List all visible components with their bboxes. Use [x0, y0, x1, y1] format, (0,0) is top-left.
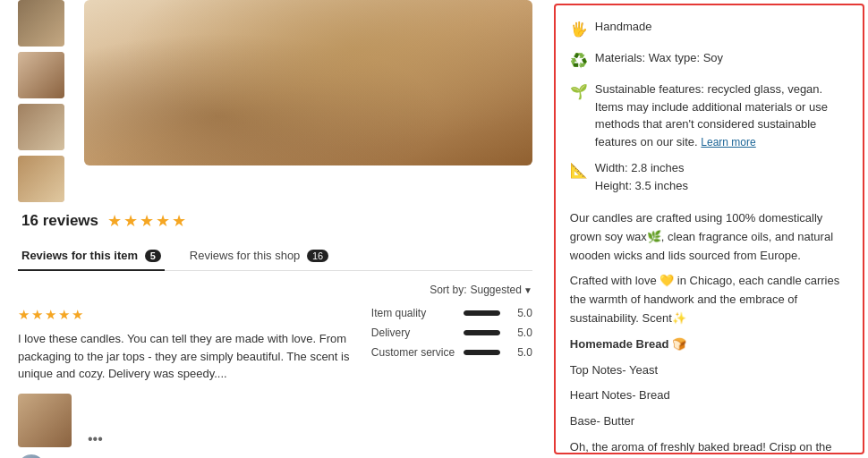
review-image	[18, 394, 72, 447]
handmade-icon: 🖐	[570, 19, 588, 40]
rating-num-delivery: 5.0	[507, 327, 532, 339]
review-text: I love these candles. You can tell they …	[18, 330, 353, 383]
desc-heart-notes: Heart Notes- Bread	[570, 386, 848, 405]
review-star-1: ★	[18, 307, 30, 323]
review-star-5: ★	[72, 307, 83, 323]
tab-reviews-shop[interactable]: Reviews for this shop 16	[186, 242, 332, 270]
page: 16 reviews ★ ★ ★ ★ ★ Reviews for this it…	[0, 0, 868, 458]
tab-reviews-item[interactable]: Reviews for this item 5	[18, 242, 165, 271]
thumbnail-3[interactable]	[18, 104, 64, 150]
desc-base: Base- Butter	[570, 412, 848, 431]
star-5-icon: ★	[172, 211, 186, 231]
rating-item-quality: Item quality 5.0	[371, 307, 532, 319]
rating-num-service: 5.0	[507, 346, 532, 359]
sort-arrow-icon[interactable]: ▼	[523, 285, 532, 295]
rating-customer-service: Customer service 5.0	[371, 346, 532, 359]
rating-fill-service	[464, 350, 500, 355]
rating-fill-delivery	[464, 330, 500, 335]
thumbnail-2[interactable]	[18, 52, 64, 98]
thumbnail-strip	[18, 0, 64, 202]
star-3-icon: ★	[140, 211, 154, 231]
rating-num-quality: 5.0	[507, 307, 532, 319]
main-product-image	[84, 0, 532, 165]
desc-aroma: Oh, the aroma of freshly baked bread! Cr…	[570, 438, 848, 454]
thumbnail-4[interactable]	[18, 156, 64, 202]
review-star-4: ★	[58, 307, 70, 323]
scent-name-text: Homemade Bread 🍞	[570, 337, 686, 351]
sort-row: Sort by: Suggested ▼	[18, 284, 532, 296]
sort-value[interactable]: Suggested	[471, 284, 522, 296]
rating-bar-quality	[464, 310, 500, 316]
detail-dimensions: 📐 Width: 2.8 inchesHeight: 3.5 inches	[570, 159, 848, 194]
reviews-tabs: Reviews for this item 5 Reviews for this…	[18, 242, 532, 271]
review-content: ★ ★ ★ ★ ★ I love these candles. You can …	[18, 307, 353, 458]
ratings-breakdown: Item quality 5.0 Delivery 5.0 Customer s…	[371, 307, 532, 458]
tab-shop-badge: 16	[307, 250, 328, 262]
tab-item-badge: 5	[145, 250, 161, 262]
review-star-2: ★	[31, 307, 43, 323]
learn-more-link[interactable]: Learn more	[701, 136, 755, 148]
reviews-count: 16 reviews	[21, 212, 98, 230]
sort-label: Sort by:	[430, 284, 466, 296]
right-panel: 🖐 Handmade ♻️ Materials: Wax type: Soy 🌱…	[554, 4, 864, 454]
left-panel: 16 reviews ★ ★ ★ ★ ★ Reviews for this it…	[0, 0, 550, 458]
rating-label-quality: Item quality	[371, 307, 456, 319]
desc-scent-name: Homemade Bread 🍞	[570, 335, 848, 354]
review-card: ★ ★ ★ ★ ★ I love these candles. You can …	[18, 307, 532, 458]
star-1-icon: ★	[107, 211, 122, 231]
rating-fill-quality	[464, 310, 500, 316]
star-4-icon: ★	[156, 211, 170, 231]
detail-sustainable: 🌱 Sustainable features: recycled glass, …	[570, 81, 848, 150]
desc-para-1: Our candles are crafted using 100% domes…	[570, 209, 848, 265]
review-star-3: ★	[45, 307, 56, 323]
desc-top-notes: Top Notes- Yeast	[570, 361, 848, 380]
reviewer-avatar	[18, 454, 45, 459]
review-stars: ★ ★ ★ ★ ★	[18, 307, 353, 323]
detail-handmade: 🖐 Handmade	[570, 18, 848, 40]
desc-para-2: Crafted with love 💛 in Chicago, each can…	[570, 272, 848, 327]
more-options-icon[interactable]: •••	[88, 431, 103, 447]
star-2-icon: ★	[123, 211, 138, 231]
dimensions-text: Width: 2.8 inchesHeight: 3.5 inches	[595, 159, 688, 194]
dimensions-icon: 📐	[570, 160, 588, 182]
reviews-header: 16 reviews ★ ★ ★ ★ ★	[18, 211, 532, 231]
rating-label-service: Customer service	[371, 346, 456, 359]
rating-delivery: Delivery 5.0	[371, 327, 532, 339]
tab-item-label: Reviews for this item	[21, 249, 138, 262]
reviewer-row: Kateryna Verlan 02 Nov, 2023	[18, 454, 353, 459]
rating-stars: ★ ★ ★ ★ ★	[107, 211, 186, 231]
thumbnail-1[interactable]	[18, 0, 64, 47]
handmade-text: Handmade	[595, 18, 652, 36]
materials-icon: ♻️	[570, 50, 588, 72]
detail-materials: ♻️ Materials: Wax type: Soy	[570, 49, 848, 72]
materials-text: Materials: Wax type: Soy	[595, 49, 723, 67]
rating-label-delivery: Delivery	[371, 327, 456, 339]
rating-bar-delivery	[464, 330, 500, 335]
tab-shop-label: Reviews for this shop	[190, 249, 301, 262]
sustainable-icon: 🌱	[570, 81, 588, 103]
rating-bar-service	[464, 350, 500, 355]
